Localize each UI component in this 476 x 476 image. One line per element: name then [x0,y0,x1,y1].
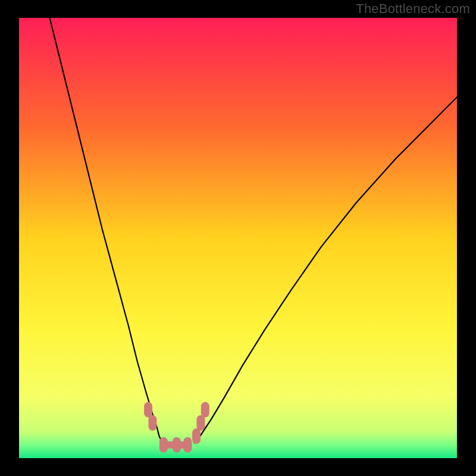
chart-frame: TheBottleneck.com [0,0,476,476]
bottom-mark [192,428,201,444]
gradient-background [19,18,457,458]
bottom-mark [148,415,156,431]
watermark-text: TheBottleneck.com [356,1,470,17]
bottom-mark-bar [161,441,192,449]
bottom-mark [196,415,205,431]
plot-svg [19,18,457,458]
bottom-mark [201,402,209,418]
bottleneck-plot [19,18,457,458]
bottom-mark [144,402,152,418]
